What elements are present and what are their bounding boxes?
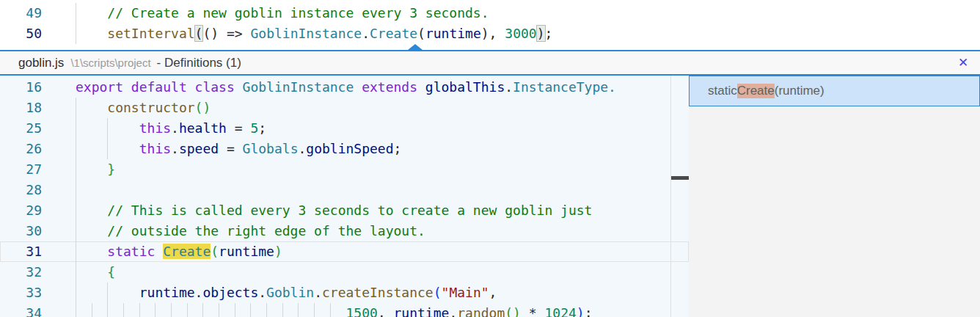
indent-guide xyxy=(76,139,76,159)
indent-guide xyxy=(266,303,267,317)
indent-guide xyxy=(139,303,140,317)
code-token: => xyxy=(219,26,250,41)
indent-guide xyxy=(202,303,203,317)
line-number: 32 xyxy=(0,262,42,283)
code-token: GoblinInstance xyxy=(243,79,354,95)
code-token: 1500 xyxy=(345,305,377,317)
code-token: GoblinInstance xyxy=(250,26,362,41)
indent-guide xyxy=(171,303,172,317)
code-token: . xyxy=(505,79,513,95)
code-token: runtime xyxy=(394,305,450,317)
code-text: this.speed = Globals.goblinSpeed; xyxy=(76,139,401,159)
code-token: // Create a new goblin instance every 3 … xyxy=(107,5,489,21)
gutter: 29 xyxy=(0,200,76,221)
code-token xyxy=(76,100,107,115)
indent-guide xyxy=(187,303,188,317)
definition-match-highlight: Create xyxy=(163,244,211,259)
code-line[interactable]: 49 // Create a new goblin instance every… xyxy=(0,3,980,23)
code-text: this.health = 5; xyxy=(76,118,266,139)
peek-title-path: \1\scripts\project xyxy=(70,57,150,69)
code-token xyxy=(76,161,107,177)
code-line[interactable]: 26 this.speed = Globals.goblinSpeed; xyxy=(0,139,689,159)
code-token: ; xyxy=(394,141,402,156)
code-line[interactable]: 30 // outside the right edge of the layo… xyxy=(0,221,689,241)
gutter: 30 xyxy=(0,221,76,241)
code-line[interactable]: 25 this.health = 5; xyxy=(0,118,689,139)
definition-match-highlight: Create xyxy=(737,84,775,98)
code-token: . xyxy=(171,141,179,156)
line-number: 26 xyxy=(0,139,42,159)
gutter: 34 xyxy=(0,303,76,317)
code-token: . xyxy=(298,141,306,156)
code-token: // This is called every 3 seconds to cre… xyxy=(107,203,592,218)
code-token: , xyxy=(489,26,505,41)
line-number: 34 xyxy=(0,303,42,317)
code-line[interactable]: 18 constructor() xyxy=(0,98,689,118)
code-text: } xyxy=(76,159,115,180)
code-text: runtime.objects.Goblin.createInstance("M… xyxy=(76,283,497,303)
peek-header: goblin.js \1\scripts\project - Definitio… xyxy=(0,50,980,76)
code-line[interactable]: 34 1500, runtime.random() * 1024); xyxy=(0,303,689,317)
code-token: goblinSpeed xyxy=(306,141,393,156)
code-line[interactable]: 32 { xyxy=(0,262,689,283)
code-token: () xyxy=(505,305,521,317)
code-token xyxy=(76,244,107,259)
line-number: 31 xyxy=(0,241,42,262)
code-token: export default class xyxy=(76,79,243,95)
code-token: Create xyxy=(370,26,417,41)
code-text: { xyxy=(76,262,115,283)
indent-guide xyxy=(219,303,219,317)
gutter: 31 xyxy=(0,241,76,262)
code-text: // Create a new goblin instance every 3 … xyxy=(76,3,489,23)
code-token: "Main" xyxy=(442,285,489,300)
indent-guide xyxy=(76,200,76,221)
indent-guide xyxy=(282,303,283,317)
peek-title-filename: goblin.js xyxy=(18,56,64,70)
code-token: objects xyxy=(202,285,258,300)
code-text: export default class GoblinInstance exte… xyxy=(76,77,616,98)
indent-guide xyxy=(92,303,92,317)
indent-guide xyxy=(107,118,108,139)
line-number: 33 xyxy=(0,283,42,303)
code-line[interactable]: 27 } xyxy=(0,159,689,180)
indent-guide xyxy=(123,303,124,317)
gutter: 18 xyxy=(0,98,76,118)
code-token: * xyxy=(521,305,545,317)
code-line[interactable]: 29 // This is called every 3 seconds to … xyxy=(0,200,689,221)
editor-window: 49 // Create a new goblin instance every… xyxy=(0,0,980,317)
indent-guide xyxy=(76,118,76,139)
code-token: runtime xyxy=(219,244,274,259)
gutter: 49 xyxy=(0,3,76,23)
gutter: 50 xyxy=(0,23,76,44)
code-token: globalThis xyxy=(425,79,505,95)
gutter: 26 xyxy=(0,139,76,159)
code-line[interactable]: 28 xyxy=(0,180,689,200)
code-line[interactable]: 33 runtime.objects.Goblin.createInstance… xyxy=(0,283,689,303)
code-line[interactable]: 16export default class GoblinInstance ex… xyxy=(0,77,689,98)
gutter: 27 xyxy=(0,159,76,180)
definitions-list: static Create(runtime) xyxy=(689,76,980,317)
indent-guide xyxy=(107,283,108,303)
code-token: . xyxy=(258,285,266,300)
code-line[interactable]: 31 static Create(runtime) xyxy=(0,241,689,262)
overview-ruler-separator xyxy=(670,76,671,317)
code-text: setInterval(() => GoblinInstance.Create(… xyxy=(76,23,552,44)
code-token: health xyxy=(179,120,227,136)
peek-body: 16export default class GoblinInstance ex… xyxy=(0,76,980,317)
main-editor[interactable]: 49 // Create a new goblin instance every… xyxy=(0,0,980,50)
indent-guide xyxy=(330,303,331,317)
close-icon[interactable]: ✕ xyxy=(954,54,973,73)
gutter: 32 xyxy=(0,262,76,283)
indent-guide xyxy=(76,98,76,118)
peek-editor[interactable]: 16export default class GoblinInstance ex… xyxy=(0,76,689,317)
indent-guide xyxy=(235,303,235,317)
line-number: 27 xyxy=(0,159,42,180)
code-line[interactable]: 50 setInterval(() => GoblinInstance.Crea… xyxy=(0,23,980,44)
code-token: InstanceType. xyxy=(513,79,616,95)
code-token: . xyxy=(362,26,370,41)
code-token: extends xyxy=(354,79,425,95)
code-text: // outside the right edge of the layout. xyxy=(76,221,425,241)
code-token: } xyxy=(107,161,115,177)
definition-list-item[interactable]: static Create(runtime) xyxy=(689,76,980,106)
overview-ruler-mark xyxy=(671,176,689,180)
